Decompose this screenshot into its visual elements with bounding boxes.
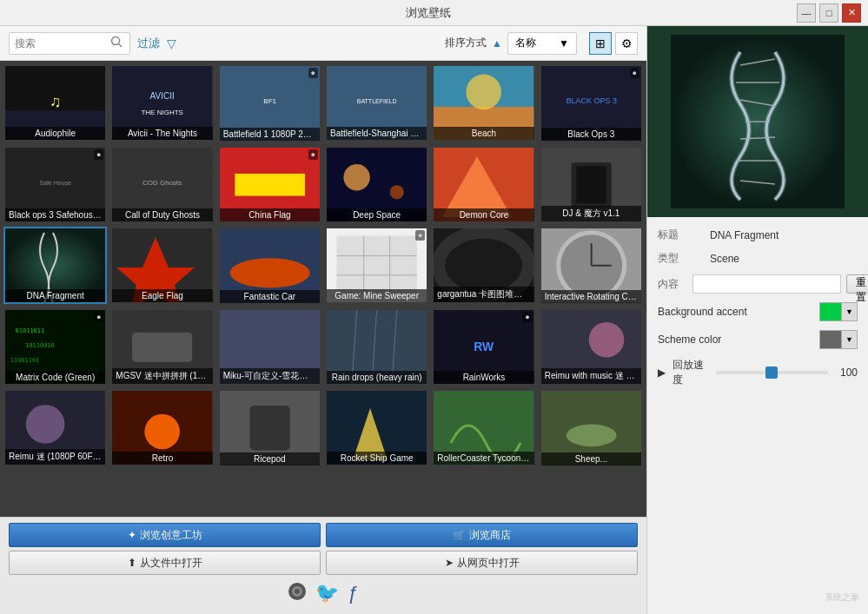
grid-scroll[interactable]: ♫AudiophileAVICIITHE NIGHTSAvicii - The … [0,61,646,517]
wallpaper-item[interactable]: Fantastic Car [218,227,321,305]
open-file-button[interactable]: ⬆ 从文件中打开 [9,551,321,575]
wallpaper-item[interactable]: BLACK OPS 3Black Ops 3● [540,64,643,142]
open-web-label: 从网页中打开 [457,556,520,571]
wallpaper-item[interactable]: 010110111011001011001101Matrix Code (Gre… [3,308,107,386]
web-icon: ➤ [445,557,454,569]
content-input[interactable] [692,274,841,294]
wallpaper-item[interactable]: COD GhostsCall of Duty Ghosts [110,146,214,223]
browse-store-button[interactable]: 🛒 浏览商店 [326,523,638,547]
filter-icon[interactable]: ▽ [167,36,176,50]
svg-text:01011011: 01011011 [16,327,45,333]
title-bar: 浏览壁纸 — □ ✕ [0,0,868,26]
svg-rect-30 [576,166,606,203]
preview-area [647,26,868,217]
settings-view-button[interactable]: ⚙ [615,32,638,55]
browse-workshop-button[interactable]: ✦ 浏览创意工坊 [9,523,321,547]
wallpaper-item[interactable]: Ricepod [218,389,321,467]
wallpaper-item[interactable]: Eagle Flag [110,227,214,304]
wallpaper-item[interactable]: RWRainWorks● [432,308,535,386]
sort-dropdown[interactable]: 名称 ▼ [507,32,577,55]
wallpaper-item[interactable]: MGSV 迷中拼拼拼 (1080p 无限循环) [110,308,214,386]
wallpaper-label: Demon Core [434,208,533,221]
close-button[interactable]: ✕ [842,3,861,23]
main-layout: 过滤 ▽ 排序方式 ▲ 名称 ▼ ⊞ ⚙ [0,26,868,614]
open-web-button[interactable]: ➤ 从网页中打开 [326,551,638,575]
wallpaper-item[interactable]: Deep Space [325,146,428,223]
reset-button[interactable]: 重置 [846,274,868,294]
wallpaper-item[interactable]: Retro [110,389,214,466]
wallpaper-item[interactable]: Sheep... [540,389,643,467]
steam-icon[interactable] [288,582,307,605]
svg-point-66 [26,405,65,444]
speed-slider[interactable] [716,371,828,374]
grid-container: 过滤 ▽ 排序方式 ▲ 名称 ▼ ⊞ ⚙ [0,26,646,614]
svg-text:RW: RW [474,340,494,353]
wallpaper-label: Reimu with music 迷 音乐版 1080 60FPS [541,368,641,384]
wallpaper-label: Battlefield-Shanghai Wallpaper [327,127,427,140]
search-box [9,32,130,55]
speed-play-icon[interactable]: ▶ [658,366,666,379]
wallpaper-item[interactable]: Rocket Ship Game [325,389,428,466]
svg-text:AVICII: AVICII [150,91,175,101]
wallpaper-item[interactable]: RollerCoaster Tycoon Added Attractions M… [432,389,535,466]
wallpaper-item[interactable]: DJ & 魔方 v1.1 [540,146,643,224]
browse-workshop-label: 浏览创意工坊 [140,528,202,543]
wallpaper-item[interactable]: BF1Battlefield 1 1080P 25fps● [218,64,321,142]
wallpaper-label: DJ & 魔方 v1.1 [541,206,641,221]
steam-badge: ● [522,312,532,322]
wallpaper-item[interactable]: DNA Fragment [3,227,107,304]
type-prop-label: 类型 [658,251,710,266]
bottom-bar: ✦ 浏览创意工坊 🛒 浏览商店 ⬆ 从文件中打开 ➤ 从网页中打开 [0,517,646,614]
wallpaper-item[interactable]: Beach [432,64,535,142]
wallpaper-item[interactable]: Reimu with music 迷 音乐版 1080 60FPS [540,308,643,386]
wallpaper-label: Audiophile [5,127,105,140]
search-icon [110,36,123,50]
wallpaper-item[interactable]: Interactive Rotating Clock [540,227,643,305]
bg-accent-swatch[interactable] [819,302,842,321]
svg-point-25 [390,185,404,199]
wallpaper-item[interactable]: Reimu 迷 (1080P 60FPS·重置版 [3,389,107,466]
steam-badge: ● [308,68,318,78]
wallpaper-item[interactable]: AVICIITHE NIGHTSAvicii - The Nights [110,64,214,142]
wallpaper-item[interactable]: China Flag● [218,146,321,224]
filter-label[interactable]: 过滤 [137,36,160,51]
svg-text:THE NIGHTS: THE NIGHTS [142,109,183,116]
steam-badge: ● [415,230,425,241]
wallpaper-item[interactable]: gargantua 卡图图堆想堆 加上BGM并成小视频人小 [432,227,535,304]
svg-point-0 [112,37,120,45]
facebook-icon[interactable]: ƒ [348,582,358,605]
wallpaper-label: Matrix Code (Green) [5,371,105,384]
wallpaper-label: Deep Space [327,208,427,221]
svg-point-24 [343,163,369,189]
title-bar-title: 浏览壁纸 [59,5,797,21]
twitter-icon[interactable]: 🐦 [315,582,339,605]
wallpaper-label: Retro [112,452,212,465]
social-icons: 🐦 ƒ [9,578,638,609]
wallpaper-item[interactable]: BATTLEFIELDBattlefield-Shanghai Wallpape… [325,64,428,142]
search-input[interactable] [15,37,110,50]
store-icon: 🛒 [453,529,466,541]
svg-rect-37 [337,236,417,295]
svg-rect-22 [235,173,305,195]
content-row: 内容 重置 [658,274,858,294]
scheme-color-dropdown[interactable]: ▼ [842,330,858,349]
wallpaper-label: Rain drops (heavy rain) [327,371,427,384]
svg-text:BF1: BF1 [263,97,276,105]
wallpaper-label: Beach [434,127,533,140]
bg-accent-dropdown[interactable]: ▼ [842,302,858,321]
scheme-color-swatch[interactable] [819,330,842,349]
minimize-button[interactable]: — [797,3,816,23]
wallpaper-item[interactable]: Rain drops (heavy rain) [325,308,428,386]
svg-text:♫: ♫ [50,93,62,110]
wallpaper-item[interactable]: Miku-可自定义-雪花放散-冬季 v1.22 [218,308,321,386]
grid-view-icon: ⊞ [595,36,606,50]
grid-view-button[interactable]: ⊞ [589,32,612,55]
speed-value: 100 [835,366,858,379]
svg-rect-70 [249,406,289,450]
sort-arrow-icon: ▲ [492,37,502,50]
wallpaper-item[interactable]: Game: Mine Sweeper● [325,227,428,304]
wallpaper-item[interactable]: Safe HouseBlack ops 3 Safehouse loading … [3,146,107,223]
maximize-button[interactable]: □ [819,3,838,23]
wallpaper-item[interactable]: ♫Audiophile [3,64,107,142]
wallpaper-item[interactable]: Demon Core [432,146,535,223]
